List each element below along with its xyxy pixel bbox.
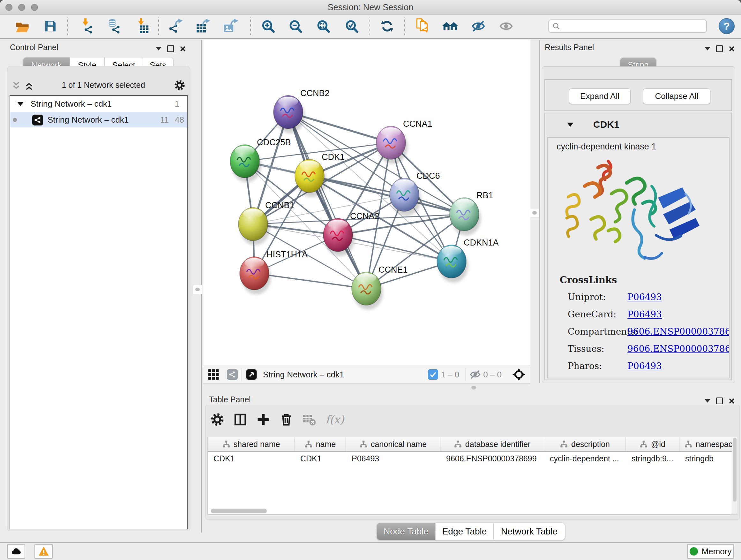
close-panel-icon[interactable]: [180, 46, 185, 52]
crosslink-link[interactable]: P06493: [627, 309, 662, 320]
float-panel-icon[interactable]: [167, 45, 174, 52]
table-cell[interactable]: P06493: [346, 452, 441, 465]
column-header[interactable]: @id: [626, 437, 679, 451]
zoom-selected-button[interactable]: [343, 16, 360, 36]
network-node-ccnb2[interactable]: CCNB2: [273, 88, 330, 133]
zoom-in-button[interactable]: [259, 16, 277, 36]
help-button[interactable]: ?: [719, 18, 735, 34]
right-splitter-handle[interactable]: [530, 208, 539, 217]
save-session-button[interactable]: [42, 16, 59, 36]
horizontal-splitter-handle[interactable]: [471, 386, 476, 389]
node-label: CCNB2: [300, 88, 330, 98]
table-cell[interactable]: 9606.ENSP00000378699: [441, 452, 544, 465]
network-node-cdc6[interactable]: CDC6: [390, 171, 440, 216]
column-header[interactable]: description: [544, 437, 626, 451]
grid-view-icon[interactable]: [208, 369, 219, 380]
network-row[interactable]: String Network – cdk1 11 48: [10, 112, 187, 127]
close-panel-icon[interactable]: [729, 46, 734, 52]
table-cell[interactable]: stringdb:9...: [626, 452, 679, 465]
string-copy-network-button[interactable]: [413, 16, 431, 36]
float-panel-icon[interactable]: [716, 397, 723, 404]
right-splitter[interactable]: [539, 40, 540, 383]
panel-menu-icon[interactable]: [156, 47, 161, 51]
node-label: CCNA1: [403, 119, 432, 129]
float-panel-icon[interactable]: [716, 45, 723, 52]
collapse-all-button[interactable]: Collapse All: [643, 88, 711, 104]
table-cell[interactable]: cyclin-dependent ...: [544, 452, 626, 465]
table-cell[interactable]: stringdb: [679, 452, 737, 465]
network-edge[interactable]: [288, 112, 366, 289]
tab-network-table[interactable]: Network Table: [494, 523, 565, 540]
network-node-hist1h1a[interactable]: HIST1H1A: [240, 250, 308, 294]
toolbar-separator: [158, 17, 159, 35]
expand-all-icon[interactable]: [23, 80, 35, 91]
column-header[interactable]: shared name: [208, 437, 294, 451]
network-canvas[interactable]: CCNB2CCNA1CDC25BCDK1CDC6RB1CCNB1CCNA2CDK…: [203, 40, 530, 366]
tab-edge-table[interactable]: Edge Table: [435, 523, 494, 540]
delete-column-icon[interactable]: [280, 413, 293, 426]
node-table[interactable]: shared namenamecanonical namedatabase id…: [207, 437, 737, 515]
add-column-icon[interactable]: [257, 413, 270, 426]
horizontal-scrollbar-thumb[interactable]: [211, 509, 267, 513]
expand-all-button[interactable]: Expand All: [569, 88, 630, 104]
table-panel-controls: [704, 397, 734, 404]
export-table-button[interactable]: [194, 16, 212, 36]
network-node-rb1[interactable]: RB1: [450, 191, 493, 235]
hide-unhide-button[interactable]: [469, 16, 487, 36]
tab-node-table[interactable]: Node Table: [377, 523, 435, 540]
column-header[interactable]: name: [294, 437, 346, 451]
collapse-all-icon[interactable]: [11, 80, 22, 91]
cloud-status-button[interactable]: [7, 544, 25, 559]
crosslink-link[interactable]: P06493: [627, 361, 662, 371]
warnings-button[interactable]: [35, 544, 53, 559]
horizontal-splitter[interactable]: [203, 383, 741, 391]
column-header[interactable]: namespac: [679, 437, 737, 451]
table-settings-gear-icon[interactable]: [211, 413, 224, 426]
network-node-cdc25b[interactable]: CDC25B: [230, 138, 291, 182]
crosslink-link[interactable]: P06493: [627, 292, 662, 302]
node-label: CCNA2: [350, 211, 380, 221]
gene-header-row[interactable]: CDK1: [544, 113, 732, 136]
import-table-button[interactable]: [133, 16, 151, 36]
fit-selected-crosshair-icon[interactable]: [513, 368, 525, 381]
column-header[interactable]: database identifier: [441, 437, 544, 451]
open-session-button[interactable]: [13, 16, 31, 36]
collection-expand-icon[interactable]: [17, 102, 23, 106]
network-node-ccna1[interactable]: CCNA1: [376, 119, 432, 164]
apply-layout-button[interactable]: [378, 16, 396, 36]
string-tab-icon[interactable]: [227, 369, 238, 380]
crosslink-link[interactable]: 9606.ENSP00000378699: [627, 326, 730, 337]
selected-checkbox-icon[interactable]: [428, 369, 438, 380]
memory-button[interactable]: Memory: [687, 544, 734, 559]
zoom-fit-button[interactable]: [314, 16, 332, 36]
network-options-gear-icon[interactable]: [174, 80, 185, 91]
search-input[interactable]: [560, 20, 706, 32]
network-node-cdkn1a[interactable]: CDKN1A: [437, 238, 499, 283]
network-edge[interactable]: [254, 273, 366, 289]
import-network-button[interactable]: [77, 16, 95, 36]
panel-menu-icon[interactable]: [704, 47, 711, 51]
left-splitter-handle[interactable]: [193, 285, 202, 294]
table-cell[interactable]: CDK1: [294, 452, 346, 465]
import-network-from-database-button[interactable]: [105, 16, 122, 36]
column-header[interactable]: canonical name: [346, 437, 441, 451]
birds-eye-view-icon[interactable]: [246, 369, 257, 380]
show-graphics-details-button[interactable]: [497, 16, 515, 36]
network-edge[interactable]: [338, 235, 452, 261]
table-row[interactable]: CDK1CDK1P064939606.ENSP00000378699cyclin…: [208, 452, 737, 465]
vertical-scrollbar[interactable]: [732, 437, 737, 515]
gene-expand-icon[interactable]: [567, 123, 574, 127]
crosslink-link[interactable]: 9606.ENSP00000378699: [627, 344, 730, 354]
panel-menu-icon[interactable]: [704, 399, 711, 402]
network-collection-row[interactable]: String Network – cdk1 1: [10, 97, 187, 111]
zoom-out-button[interactable]: [286, 16, 305, 36]
string-network-icon: [32, 115, 43, 125]
network-node-ccne1[interactable]: CCNE1: [352, 265, 408, 310]
table-cell[interactable]: CDK1: [208, 452, 294, 465]
show-columns-icon[interactable]: [233, 413, 247, 426]
close-panel-icon[interactable]: [729, 398, 734, 404]
home-button[interactable]: [441, 16, 459, 36]
export-network-button[interactable]: [167, 16, 185, 36]
results-panel-title: Results Panel: [545, 43, 594, 52]
export-image-button[interactable]: [222, 16, 240, 36]
